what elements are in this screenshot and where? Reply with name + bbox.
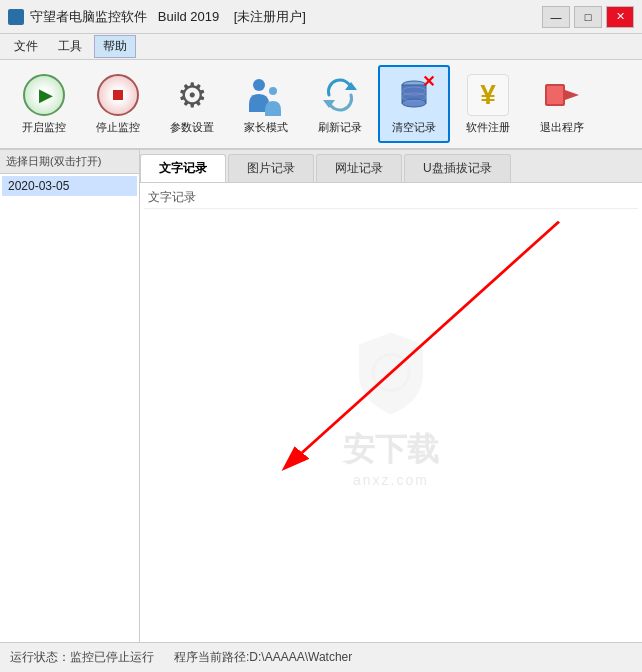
register-software-icon: ¥ xyxy=(466,73,510,117)
exit-program-button[interactable]: 退出程序 xyxy=(526,65,598,143)
tab-usb-records[interactable]: U盘插拔记录 xyxy=(404,154,511,182)
watermark-text-row: 安下载 xyxy=(343,427,439,471)
user-status: [未注册用户] xyxy=(234,9,306,24)
content-panel: 文字记录 安下载 anxz.com xyxy=(140,183,642,642)
tab-bar: 文字记录 图片记录 网址记录 U盘插拔记录 xyxy=(140,150,642,183)
build-label: Build 2019 xyxy=(158,9,219,24)
main-content: 选择日期(双击打开) 2020-03-05 文字记录 图片记录 网址记录 U盘插… xyxy=(0,150,642,642)
register-software-label: 软件注册 xyxy=(466,121,510,134)
menu-bar: 文件 工具 帮助 xyxy=(0,34,642,60)
watermark-cn-text: 安下载 xyxy=(343,427,439,471)
register-software-button[interactable]: ¥ 软件注册 xyxy=(452,65,524,143)
app-title: 守望者电脑监控软件 Build 2019 [未注册用户] xyxy=(30,8,542,26)
close-button[interactable]: ✕ xyxy=(606,6,634,28)
svg-point-13 xyxy=(373,354,409,390)
app-icon xyxy=(8,9,24,25)
status-bar: 运行状态：监控已停止运行 程序当前路径:D:\AAAAA\Watcher xyxy=(0,642,642,672)
clear-records-button[interactable]: ✕ 清空记录 xyxy=(378,65,450,143)
watermark-en-text: anxz.com xyxy=(353,471,429,487)
watermark: 安下载 anxz.com xyxy=(343,328,439,487)
left-panel-header: 选择日期(双击打开) xyxy=(0,150,139,174)
tab-web-records[interactable]: 网址记录 xyxy=(316,154,402,182)
run-status: 运行状态：监控已停止运行 xyxy=(10,649,154,666)
parent-mode-label: 家长模式 xyxy=(244,121,288,134)
svg-line-15 xyxy=(302,222,559,453)
minimize-button[interactable]: — xyxy=(542,6,570,28)
left-panel: 选择日期(双击打开) 2020-03-05 xyxy=(0,150,140,642)
clear-records-label: 清空记录 xyxy=(392,121,436,134)
start-monitor-icon: ▶ xyxy=(22,73,66,117)
maximize-button[interactable]: □ xyxy=(574,6,602,28)
svg-point-1 xyxy=(269,87,277,95)
date-item[interactable]: 2020-03-05 xyxy=(2,176,137,196)
exit-program-icon xyxy=(540,73,584,117)
parent-mode-button[interactable]: 家长模式 xyxy=(230,65,302,143)
app-name: 守望者电脑监控软件 xyxy=(30,9,147,24)
settings-icon: ⚙ xyxy=(170,73,214,117)
stop-monitor-label: 停止监控 xyxy=(96,121,140,134)
svg-rect-10 xyxy=(547,86,563,104)
svg-point-0 xyxy=(253,79,265,91)
menu-help[interactable]: 帮助 xyxy=(94,35,136,58)
settings-label: 参数设置 xyxy=(170,121,214,134)
start-monitor-button[interactable]: ▶ 开启监控 xyxy=(8,65,80,143)
window-controls: — □ ✕ xyxy=(542,6,634,28)
title-bar: 守望者电脑监控软件 Build 2019 [未注册用户] — □ ✕ xyxy=(0,0,642,34)
watermark-shield-icon xyxy=(351,328,431,421)
menu-tools[interactable]: 工具 xyxy=(50,36,90,57)
settings-button[interactable]: ⚙ 参数设置 xyxy=(156,65,228,143)
right-panel: 文字记录 图片记录 网址记录 U盘插拔记录 文字记录 xyxy=(140,150,642,642)
red-arrow-overlay xyxy=(144,213,638,634)
current-path: 程序当前路径:D:\AAAAA\Watcher xyxy=(174,649,352,666)
tab-image-records[interactable]: 图片记录 xyxy=(228,154,314,182)
date-list: 2020-03-05 xyxy=(0,174,139,642)
parent-mode-icon xyxy=(244,73,288,117)
refresh-records-label: 刷新记录 xyxy=(318,121,362,134)
menu-file[interactable]: 文件 xyxy=(6,36,46,57)
content-body: 安下载 anxz.com xyxy=(144,213,638,634)
refresh-records-icon xyxy=(318,73,362,117)
start-monitor-label: 开启监控 xyxy=(22,121,66,134)
content-header: 文字记录 xyxy=(144,187,638,209)
tab-text-records[interactable]: 文字记录 xyxy=(140,154,226,182)
exit-program-label: 退出程序 xyxy=(540,121,584,134)
clear-records-icon: ✕ xyxy=(392,73,436,117)
stop-monitor-icon: ⏹ xyxy=(96,73,140,117)
toolbar: ▶ 开启监控 ⏹ 停止监控 ⚙ 参数设置 xyxy=(0,60,642,150)
refresh-records-button[interactable]: 刷新记录 xyxy=(304,65,376,143)
stop-monitor-button[interactable]: ⏹ 停止监控 xyxy=(82,65,154,143)
